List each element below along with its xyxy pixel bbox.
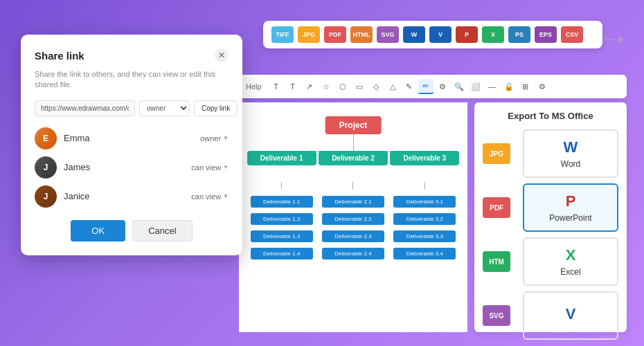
user-row-janice: J Janice can view ▼ xyxy=(35,185,229,208)
share-dialog: Share link ✕ Share the link to others, a… xyxy=(21,35,242,255)
avatar-james: J xyxy=(35,156,57,179)
user-list: E Emma owner ▼ J James can view ▼ J Jani xyxy=(35,127,229,208)
chevron-james: ▼ xyxy=(223,164,229,170)
ok-button[interactable]: OK xyxy=(71,220,125,242)
user-row-james: J James can view ▼ xyxy=(35,156,229,179)
chevron-janice: ▼ xyxy=(223,193,229,199)
dialog-title: Share link xyxy=(35,50,84,62)
dialog-description: Share the link to others, and they can v… xyxy=(35,69,229,91)
dialog-actions: OK Cancel xyxy=(35,220,229,242)
user-name-janice: Janice xyxy=(64,191,184,201)
link-input[interactable] xyxy=(35,100,135,116)
user-role-james[interactable]: can view ▼ xyxy=(191,163,229,172)
copy-link-button[interactable]: Copy link xyxy=(194,100,238,116)
dialog-close-button[interactable]: ✕ xyxy=(215,48,229,62)
dialog-header: Share link ✕ xyxy=(35,48,229,62)
user-row-emma: E Emma owner ▼ xyxy=(35,127,229,149)
user-name-james: James xyxy=(64,162,184,172)
cancel-button[interactable]: Cancel xyxy=(132,220,192,242)
user-role-emma[interactable]: owner ▼ xyxy=(200,134,229,143)
chevron-emma: ▼ xyxy=(223,135,229,141)
user-role-janice[interactable]: can view ▼ xyxy=(191,192,229,201)
link-row: owner can view can edit Copy link xyxy=(35,100,229,116)
avatar-janice: J xyxy=(35,185,57,208)
avatar-emma: E xyxy=(35,127,57,149)
link-role-select[interactable]: owner can view can edit xyxy=(139,100,190,116)
dialog-overlay: Share link ✕ Share the link to others, a… xyxy=(0,0,644,346)
user-name-emma: Emma xyxy=(64,133,193,143)
